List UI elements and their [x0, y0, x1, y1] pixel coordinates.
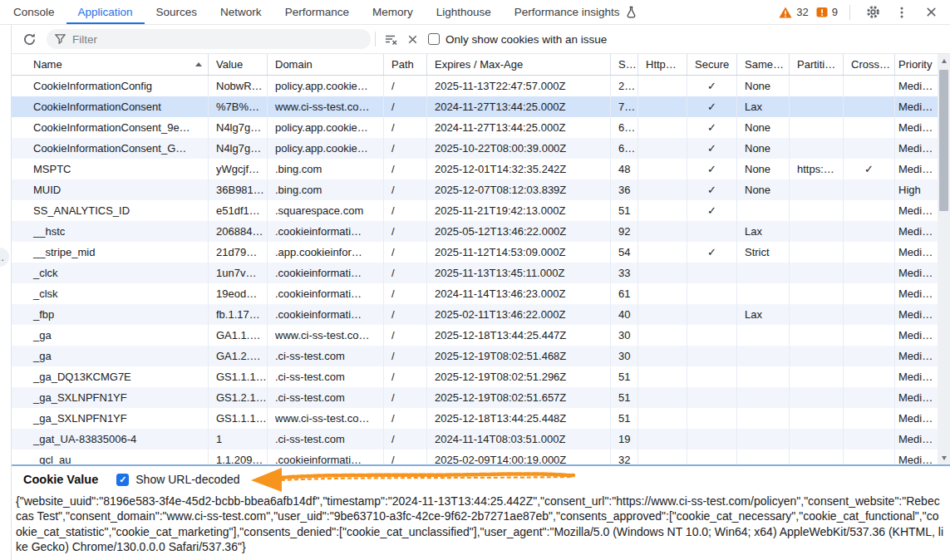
cell-crosssite: [844, 387, 895, 408]
url-decoded-checkbox[interactable]: ✓: [116, 474, 129, 486]
tab-lighthouse[interactable]: Lighthouse: [425, 0, 503, 24]
cell-name: CookieInformationConsent_9e…: [12, 117, 209, 138]
kebab-menu-button[interactable]: [891, 2, 913, 23]
tab-network[interactable]: Network: [209, 0, 273, 24]
cookies-table: NameValueDomainPathExpires / Max-AgeS…Ht…: [12, 54, 950, 464]
column-header-path[interactable]: Path: [384, 54, 427, 75]
issues-badge[interactable]: 9: [816, 6, 838, 18]
cell-path: /: [384, 263, 427, 283]
clear-all-cookies-button[interactable]: [380, 28, 401, 50]
tab-performance[interactable]: Performance: [273, 0, 361, 24]
column-header-name[interactable]: Name: [12, 54, 209, 75]
cell-priority: Medi…: [895, 138, 938, 159]
cell-priority: Medi…: [895, 263, 938, 283]
cell-expires: 2025-12-18T13:44:25.448Z: [427, 408, 611, 429]
column-header-priority[interactable]: Priority: [895, 54, 938, 75]
column-header-partitionkey[interactable]: Partiti…: [790, 54, 844, 75]
table-row[interactable]: _gaGA1.1.…www.ci-ss-test.co…/2025-12-18T…: [12, 325, 950, 346]
cell-path: /: [384, 429, 427, 449]
table-row[interactable]: _clck1un7v….cookieinformati…/2025-11-13T…: [12, 263, 950, 283]
cell-priority: Medi…: [895, 76, 938, 96]
table-row[interactable]: _ga_DQ13KCMG7EGS1.1.1….ci-ss-test.com/20…: [12, 366, 950, 387]
column-header-httponly[interactable]: Http…: [638, 54, 687, 75]
table-row[interactable]: _fbpfb.1.17….cookieinformati…/2025-02-11…: [12, 304, 950, 325]
cell-httponly: [638, 449, 687, 464]
vertical-scrollbar[interactable]: [938, 54, 950, 464]
table-row[interactable]: __stripe_mid21d79….app.cookieinfor…/2025…: [12, 242, 950, 263]
cell-size: 54: [611, 242, 638, 263]
table-row[interactable]: SS_ANALYTICS_IDe51df1….squarespace.com/2…: [12, 200, 950, 221]
settings-gear-button[interactable]: [862, 2, 884, 23]
scrollbar-thumb[interactable]: [939, 70, 948, 211]
cell-priority: Medi…: [895, 449, 938, 464]
cell-domain: policy.app.cookie…: [268, 138, 384, 159]
cell-httponly: [638, 117, 687, 138]
table-row[interactable]: __hstc206884….cookieinformati…/2025-05-1…: [12, 221, 950, 242]
cell-secure: ✓: [687, 117, 737, 138]
cell-path: /: [384, 138, 427, 159]
column-label: Path: [391, 58, 414, 71]
tab-label: Console: [13, 6, 55, 18]
delete-selected-button[interactable]: [401, 28, 423, 50]
table-row[interactable]: MSPTCyWgcjf….bing.com/2025-12-01T14:32:3…: [12, 159, 950, 179]
cell-samesite: None: [737, 159, 790, 179]
cell-name: MUID: [12, 179, 209, 200]
cell-priority: Medi…: [895, 242, 938, 263]
cell-name: _clsk: [12, 283, 209, 304]
table-row[interactable]: _ga_SXLNPFN1YFGS1.1.1…www.ci-ss-test.co……: [12, 408, 950, 429]
cell-size: 61: [611, 283, 638, 304]
cell-name: _gcl_au: [12, 449, 209, 464]
devtools-tabbar: ConsoleApplicationSourcesNetworkPerforma…: [0, 0, 950, 25]
cell-partitionkey: [790, 179, 844, 200]
close-icon: [925, 6, 938, 18]
issue-filter-label[interactable]: Only show cookies with an issue: [445, 33, 607, 46]
column-header-samesite[interactable]: Same…: [737, 54, 790, 75]
table-row[interactable]: _clsk19eod….cookieinformati…/2024-11-14T…: [12, 283, 950, 304]
table-row[interactable]: CookieInformationConfigNobwR…policy.app.…: [12, 76, 950, 96]
tab-performance-insights[interactable]: Performance insights: [503, 0, 649, 24]
url-decoded-label[interactable]: Show URL-decoded: [135, 473, 239, 486]
refresh-button[interactable]: [18, 28, 40, 50]
sidebar-overflow-button[interactable]: …: [0, 248, 9, 267]
tab-memory[interactable]: Memory: [361, 0, 425, 24]
table-row[interactable]: _gcl_au1.1.209….cookieinformati…/2025-02…: [12, 449, 950, 464]
cell-secure: [687, 304, 737, 325]
cell-expires: 2024-11-27T13:44:25.000Z: [427, 117, 611, 138]
table-row[interactable]: _gaGA1.2.….ci-ss-test.com/2025-12-19T08:…: [12, 346, 950, 366]
table-row[interactable]: CookieInformationConsent_9e…N4lg7g…polic…: [12, 117, 950, 138]
cell-httponly: [638, 138, 687, 159]
column-header-crosssite[interactable]: Cross…: [844, 54, 895, 75]
cell-secure: [687, 283, 737, 304]
warning-count: 32: [796, 6, 808, 18]
table-row[interactable]: MUID36B981….bing.com/2025-12-07T08:12:03…: [12, 179, 950, 200]
column-header-value[interactable]: Value: [209, 54, 268, 75]
scroll-up-icon[interactable]: [938, 55, 950, 66]
column-header-secure[interactable]: Secure: [687, 54, 737, 75]
column-header-expires[interactable]: Expires / Max-Age: [427, 54, 611, 75]
column-label: Expires / Max-Age: [435, 58, 523, 71]
scroll-down-icon[interactable]: [938, 452, 950, 464]
cell-expires: 2024-11-14T13:46:23.000Z: [427, 283, 611, 304]
cell-domain: policy.app.cookie…: [268, 117, 384, 138]
close-devtools-button[interactable]: [920, 2, 942, 23]
cell-partitionkey: [790, 221, 844, 242]
filter-input[interactable]: Filter: [47, 29, 371, 49]
warnings-badge[interactable]: 32: [779, 6, 808, 18]
cell-httponly: [638, 304, 687, 325]
tab-application[interactable]: Application: [66, 0, 145, 24]
cell-priority: Medi…: [895, 221, 938, 242]
tab-sources[interactable]: Sources: [145, 0, 209, 24]
table-row[interactable]: CookieInformationConsent_G…N4lg7g…policy…: [12, 138, 950, 159]
table-row[interactable]: CookieInformationConsent%7B%…www.ci-ss-t…: [12, 96, 950, 117]
tab-label: Performance insights: [514, 6, 620, 18]
x-icon: [406, 33, 419, 46]
column-header-size[interactable]: S…: [611, 54, 638, 75]
cell-secure: [687, 408, 737, 429]
kebab-menu-icon: [895, 6, 908, 19]
table-row[interactable]: _gat_UA-83835006-41.ci-ss-test.com/2024-…: [12, 429, 950, 449]
column-header-domain[interactable]: Domain: [268, 54, 384, 75]
issue-filter-checkbox[interactable]: [428, 33, 440, 45]
table-row[interactable]: _ga_SXLNPFN1YFGS1.2.1….ci-ss-test.com/20…: [12, 387, 950, 408]
tab-console[interactable]: Console: [2, 0, 66, 24]
cell-secure: ✓: [687, 179, 737, 200]
